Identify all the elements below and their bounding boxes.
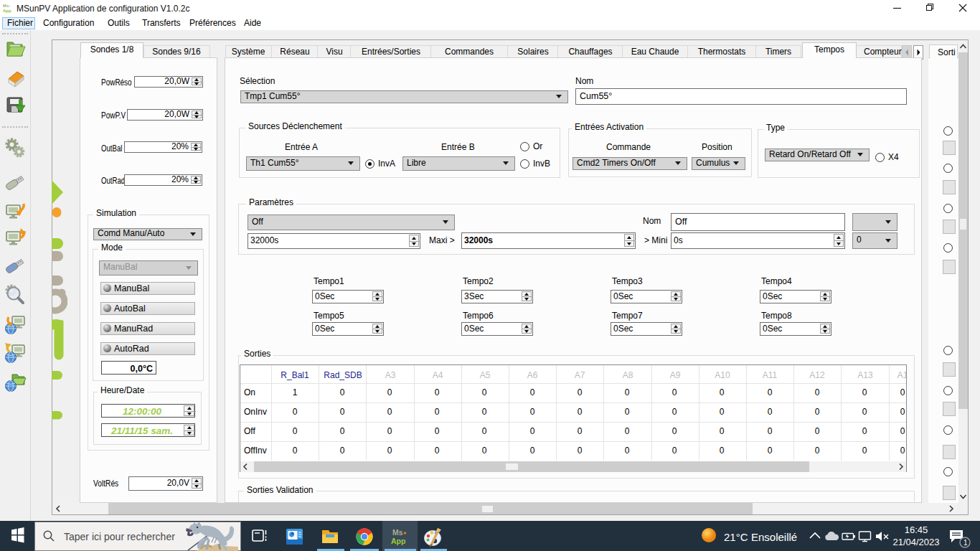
svg-text:App: App xyxy=(391,537,405,545)
svg-text:Ms-: Ms- xyxy=(3,4,10,8)
svg-text:1: 1 xyxy=(963,539,968,547)
svg-text:App: App xyxy=(3,9,11,13)
svg-text:Ms: Ms xyxy=(392,528,403,537)
